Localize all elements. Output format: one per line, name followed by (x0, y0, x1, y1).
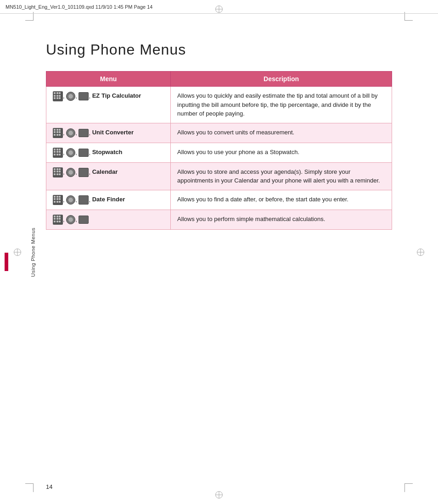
menu-cell-5: , , , Date Finder (46, 190, 171, 210)
page-title: Using Phone Menus (46, 41, 392, 58)
icon-circle-2 (66, 128, 75, 138)
table-row: , , Allows you to perform simple mathema… (46, 210, 392, 229)
menu-cell-2: , , , Unit Converter (46, 123, 171, 143)
icon-cal-4 (79, 168, 89, 177)
icon-menu-grid-6 (53, 215, 63, 225)
icon-circle-6 (66, 215, 75, 224)
crop-mark-br-h (404, 483, 413, 484)
desc-cell-2: Allows you to convert units of measureme… (171, 123, 392, 143)
menu-table: Menu Description , , , EZ Tip Calculator (46, 71, 392, 230)
menu-cell-4: , , , Calendar (46, 162, 171, 190)
desc-cell-6: Allows you to perform simple mathematica… (171, 210, 392, 229)
table-row: , , , Unit Converter Allows you to conve… (46, 123, 392, 143)
header-text: MN510_Light_Eng_Ver1.0_101109.qxd 11/9/1… (6, 4, 152, 10)
crop-mark-bl-h (25, 483, 34, 484)
icon-menu-grid-1 (53, 91, 63, 101)
icon-menu-grid-3 (53, 148, 63, 158)
menu-label-3: Stopwatch (92, 149, 123, 155)
icon-rect-1 (79, 92, 89, 100)
icon-menu-grid-4 (53, 167, 63, 177)
desc-cell-4: Allows you to store and access your agen… (171, 162, 392, 190)
table-row: , , , Calendar Allows you to store and a… (46, 162, 392, 190)
icon-rect-3 (79, 149, 89, 157)
page-content: Using Phone Menus Menu Description , , , (46, 28, 392, 476)
icon-circle-3 (66, 148, 75, 157)
menu-cell-3: , , , Stopwatch (46, 143, 171, 162)
page-number: 14 (46, 483, 52, 490)
col-header-menu: Menu (46, 72, 171, 87)
icon-rect-2 (79, 129, 89, 137)
table-row: , , , EZ Tip Calculator Allows you to qu… (46, 87, 392, 123)
reg-mark-right (417, 249, 424, 256)
desc-cell-1: Allows you to quickly and easily estimat… (171, 87, 392, 123)
header-bar: MN510_Light_Eng_Ver1.0_101109.qxd 11/9/1… (0, 0, 438, 14)
icon-menu-grid-2 (53, 128, 63, 138)
icon-circle-1 (66, 92, 75, 101)
crop-mark-br-v (404, 484, 405, 492)
icon-circle-4 (66, 168, 75, 177)
icon-menu-grid-5 (53, 195, 63, 205)
sidebar-accent (5, 253, 8, 271)
crop-mark-bl-v (33, 484, 34, 492)
desc-cell-5: Allows you to find a date after, or befo… (171, 190, 392, 210)
table-row: , , , Date Finder Allows you to find a d… (46, 190, 392, 210)
menu-label-2: Unit Converter (92, 129, 134, 136)
crop-mark-tr-h (404, 20, 413, 21)
icon-cal-5 (79, 195, 89, 205)
menu-cell-6: , , (46, 210, 171, 229)
menu-label-1: EZ Tip Calculator (92, 92, 141, 99)
reg-mark-left (14, 249, 21, 256)
menu-cell-1: , , , EZ Tip Calculator (46, 87, 171, 123)
menu-label-5: Date Finder (92, 196, 125, 203)
desc-cell-3: Allows you to use your phone as a Stopwa… (171, 143, 392, 162)
icon-circle-5 (66, 195, 75, 205)
table-row: , , , Stopwatch Allows you to use your p… (46, 143, 392, 162)
col-header-description: Description (171, 72, 392, 87)
icon-rect-6 (79, 216, 89, 224)
menu-label-4: Calendar (92, 168, 118, 175)
crop-mark-tl-h (25, 20, 34, 21)
sidebar-label: Using Phone Menus (30, 227, 36, 277)
reg-mark-bottom (215, 491, 223, 498)
